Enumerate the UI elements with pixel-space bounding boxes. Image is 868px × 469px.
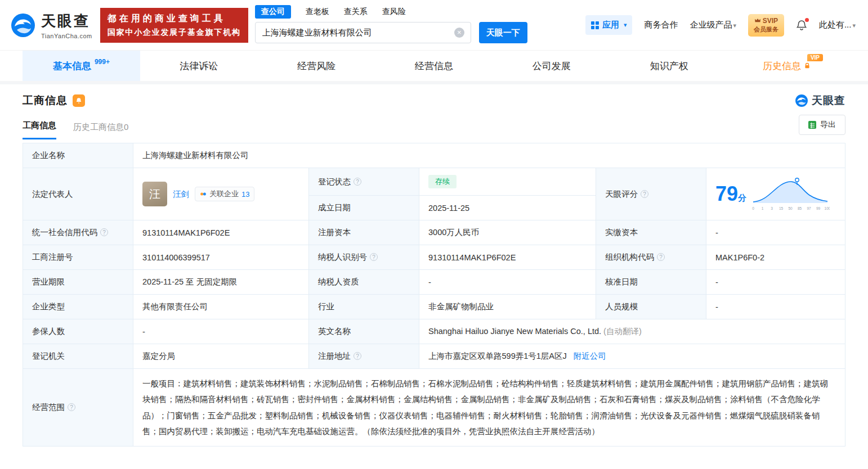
svip-membership-badge[interactable]: SVIP 会员服务: [748, 14, 784, 37]
enterprise-products-link[interactable]: 企业级产品▾: [690, 20, 736, 30]
apps-menu-button[interactable]: 应用 ▾: [585, 15, 633, 35]
staff-size-label: 人员规模: [596, 295, 706, 319]
search-input[interactable]: [255, 22, 471, 43]
nearby-companies-link[interactable]: 附近公司: [574, 351, 606, 360]
reg-number-value: 310114006399517: [133, 245, 309, 270]
export-excel-icon: [808, 121, 816, 129]
tab-intellectual-property[interactable]: 知识产权: [610, 51, 728, 81]
svg-text:50: 50: [788, 206, 793, 210]
english-name-text: Shanghai Hailuo Jianye New Materials Co.…: [428, 327, 601, 336]
taxpayer-qualification-label: 纳税人资质: [309, 270, 419, 295]
reg-status-label: 登记状态?: [309, 168, 419, 196]
account-label: 此处有...: [819, 20, 852, 29]
section-title: 工商信息: [23, 93, 68, 108]
business-term-value: 2025-11-25 至 无固定期限: [133, 270, 309, 295]
help-icon[interactable]: ?: [657, 253, 665, 261]
chevron-down-icon: ▾: [852, 22, 856, 29]
search-tab-risk[interactable]: 查风险: [382, 7, 406, 17]
bell-icon: [75, 97, 82, 104]
reg-address-text: 上海市嘉定区双单路599弄1号1层A区J: [428, 351, 567, 360]
promo-line2: 国家中小企业发展子基金旗下机构: [108, 28, 241, 38]
reg-capital-label: 注册资本: [309, 220, 419, 245]
notifications-bell-button[interactable]: [796, 20, 807, 31]
promo-banner: 都在用的商业查询工具 国家中小企业发展子基金旗下机构: [100, 8, 248, 43]
company-type-value: 其他有限责任公司: [133, 295, 309, 319]
taxpayer-qualification-value: -: [419, 270, 596, 295]
business-scope-value: 一般项目：建筑材料销售；建筑装饰材料销售；水泥制品销售；石棉制品销售；石棉水泥制…: [133, 369, 845, 447]
search-area: 查公司 查老板 查关系 查风险 × 天眼一下: [255, 0, 527, 43]
help-icon[interactable]: ?: [354, 352, 361, 360]
business-coop-link[interactable]: 商务合作: [644, 20, 678, 30]
brand-name: 天眼查: [41, 11, 92, 31]
tab-company-development[interactable]: 公司发展: [493, 51, 610, 81]
search-tab-boss[interactable]: 查老板: [306, 7, 329, 17]
help-icon[interactable]: ?: [354, 178, 361, 186]
export-label: 导出: [820, 120, 836, 130]
tianyancha-watermark: 天眼查: [795, 93, 845, 108]
subtab-business-info[interactable]: 工商信息: [23, 120, 56, 139]
table-row: 统一社会信用代码? 91310114MAK1P6F02E 注册资本 3000万人…: [23, 220, 845, 245]
reg-status-value: 存续: [419, 168, 596, 196]
svg-text:85: 85: [798, 206, 802, 210]
company-name-label: 企业名称: [23, 143, 133, 168]
account-menu[interactable]: 此处有...▾: [819, 20, 856, 30]
tab-basic-info-count-badge: 999+: [95, 58, 110, 66]
score-unit: 分: [738, 193, 746, 202]
business-scope-label: 经营范围?: [23, 369, 133, 447]
help-icon[interactable]: ?: [370, 253, 378, 261]
tab-operating-risk[interactable]: 经营风险: [258, 51, 375, 81]
search-tab-company[interactable]: 查公司: [255, 5, 291, 19]
enterprise-products-label: 企业级产品: [690, 20, 732, 29]
tianyancha-logo[interactable]: 天眼查 TianYanCha.com: [10, 11, 92, 39]
approved-date-label: 核准日期: [596, 270, 706, 295]
business-info-section: 工商信息 天眼查 工商信息 历史工商信息0 导出: [0, 93, 868, 447]
monitor-bell-button[interactable]: [73, 94, 85, 107]
tab-operating-info-label: 经营信息: [415, 60, 453, 73]
help-icon[interactable]: ?: [641, 190, 648, 198]
credit-code-value: 91310114MAK1P6F02E: [133, 220, 309, 245]
tab-operating-info[interactable]: 经营信息: [375, 51, 493, 81]
svg-text:0: 0: [752, 206, 754, 210]
table-row: 企业名称 上海海螺建业新材料有限公司: [23, 143, 845, 168]
tab-legal-proceedings-label: 法律诉讼: [180, 60, 218, 73]
apps-grid-icon: [591, 21, 599, 29]
org-code-label: 组织机构代码?: [596, 245, 706, 270]
reg-address-value: 上海市嘉定区双单路599弄1号1层A区J 附近公司: [419, 344, 845, 369]
status-badge: 存续: [428, 175, 457, 188]
insured-count-label: 参保人数: [23, 319, 133, 344]
establish-date-value: 2025-11-25: [419, 196, 596, 220]
tab-intellectual-property-label: 知识产权: [650, 60, 688, 73]
tab-company-development-label: 公司发展: [533, 60, 571, 73]
legal-rep-avatar[interactable]: 汪: [142, 182, 167, 206]
clear-icon[interactable]: ×: [454, 28, 464, 38]
search-tab-relation[interactable]: 查关系: [344, 7, 368, 17]
company-type-label: 企业类型: [23, 295, 133, 319]
crown-icon: [754, 18, 761, 23]
business-term-label: 营业期限: [23, 270, 133, 295]
tab-operating-risk-label: 经营风险: [297, 60, 335, 73]
auto-translate-note: (自动翻译): [603, 327, 642, 336]
related-companies-badge[interactable]: 关联企业 13: [195, 187, 254, 201]
tyc-score-label: 天眼评分?: [596, 168, 706, 220]
help-icon[interactable]: ?: [68, 403, 75, 411]
staff-size-value: -: [706, 295, 845, 319]
help-icon[interactable]: ?: [100, 228, 108, 236]
legal-rep-name-link[interactable]: 汪剑: [173, 189, 189, 200]
tab-history-info[interactable]: 历史信息 VIP: [728, 51, 845, 81]
company-name-value: 上海海螺建业新材料有限公司: [133, 143, 845, 168]
reg-authority-label: 登记机关: [23, 344, 133, 369]
vip-flag: VIP: [807, 54, 823, 61]
chevron-down-icon: ▾: [624, 21, 627, 29]
export-button[interactable]: 导出: [799, 115, 845, 135]
section-divider: [0, 81, 868, 84]
subtab-history-business-info[interactable]: 历史工商信息0: [73, 122, 128, 139]
svg-text:15: 15: [779, 206, 784, 210]
tab-basic-info[interactable]: 基本信息 999+: [23, 51, 140, 81]
paid-capital-label: 实缴资本: [596, 220, 706, 245]
tab-legal-proceedings[interactable]: 法律诉讼: [140, 51, 258, 81]
svg-text:100: 100: [825, 206, 830, 210]
table-row: 法定代表人 汪 汪剑 关联企业 13 登记状态? 存续 天眼评分?: [23, 168, 845, 196]
promo-line1: 都在用的商业查询工具: [108, 13, 241, 25]
search-button[interactable]: 天眼一下: [479, 22, 527, 43]
notification-dot: [805, 18, 809, 22]
